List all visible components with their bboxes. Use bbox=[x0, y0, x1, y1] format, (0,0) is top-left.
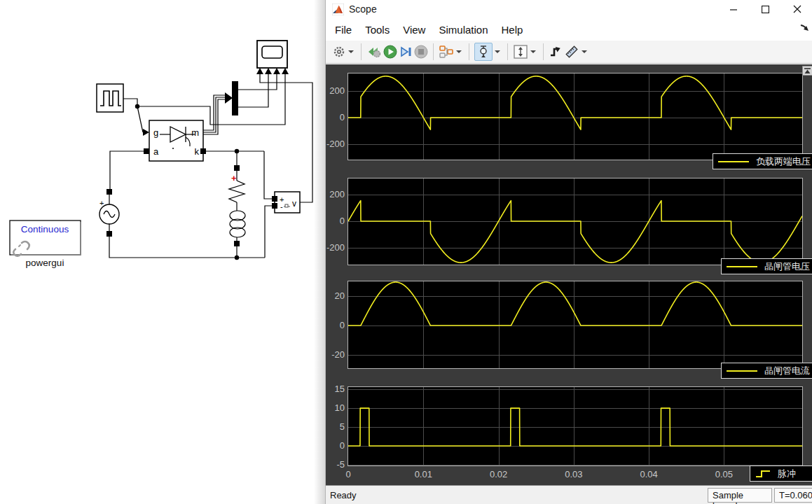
legend-line-sample bbox=[718, 161, 749, 162]
y-tick-label: 200 bbox=[326, 190, 345, 200]
thyristor-block[interactable]: g m a k bbox=[143, 120, 206, 161]
scope-input-arrow-1 bbox=[256, 68, 263, 74]
powergui-block[interactable]: Continuous powergui bbox=[10, 220, 81, 268]
y-tick-label: 0 bbox=[326, 113, 345, 122]
y-tick-label: -5 bbox=[326, 460, 345, 470]
dock-arrow-icon[interactable] bbox=[800, 24, 810, 32]
wire-plus-vm[interactable] bbox=[264, 151, 272, 199]
scope-input-arrow-4 bbox=[282, 68, 289, 74]
wire-pulse-out[interactable] bbox=[123, 99, 137, 106]
maximize-button[interactable] bbox=[750, 0, 781, 18]
minimize-button[interactable] bbox=[718, 0, 750, 18]
gate-input-arrow-icon bbox=[143, 129, 149, 136]
step-back-button[interactable] bbox=[366, 43, 382, 61]
wire-demux-out1[interactable] bbox=[238, 74, 277, 90]
wire-m-bundle-3[interactable] bbox=[203, 99, 226, 134]
window-title: Scope bbox=[349, 4, 377, 15]
step-forward-icon bbox=[399, 45, 413, 59]
trigger-button[interactable] bbox=[549, 43, 563, 61]
toolbar bbox=[326, 41, 812, 64]
x-tick-label: 0.03 bbox=[565, 469, 582, 479]
stop-button[interactable] bbox=[414, 43, 428, 61]
legend-pulse[interactable]: 脉冲 bbox=[750, 465, 812, 482]
wire-vm-to-scope1[interactable] bbox=[260, 74, 312, 202]
wire-minus-vm[interactable] bbox=[265, 206, 272, 258]
run-button[interactable] bbox=[383, 43, 397, 61]
zoom-tool-icon bbox=[477, 45, 490, 59]
close-button[interactable] bbox=[781, 0, 812, 18]
legend-thyristor-current[interactable]: 晶闸管电流 bbox=[721, 363, 812, 379]
y-tick-label: 0 bbox=[326, 321, 345, 330]
measurements-dropdown[interactable] bbox=[582, 50, 587, 53]
port-square bbox=[272, 196, 277, 202]
toolbar-separator bbox=[361, 43, 362, 60]
x-tick-label: 0.01 bbox=[415, 469, 432, 479]
x-tick-label: 0 bbox=[345, 469, 350, 479]
status-sim-time: T=0.060 bbox=[774, 488, 812, 503]
fit-to-view-icon bbox=[513, 44, 528, 59]
menu-view[interactable]: View bbox=[403, 24, 425, 36]
legend-label: 晶闸管电压 bbox=[764, 260, 810, 273]
pulse-generator-block[interactable] bbox=[97, 84, 123, 112]
legend-step-sample bbox=[755, 469, 772, 478]
measurements-button[interactable] bbox=[564, 43, 579, 61]
junction-dot bbox=[235, 149, 239, 153]
x-tick-label: 0.05 bbox=[715, 469, 733, 479]
scope-plot-area: 2000-2002000-200200-20151050-500.010.020… bbox=[326, 64, 812, 485]
subplot-1[interactable] bbox=[347, 73, 803, 160]
fit-to-view-dropdown[interactable] bbox=[530, 50, 536, 53]
y-tick-label: -200 bbox=[326, 243, 345, 253]
wire-source-bottom[interactable] bbox=[109, 237, 265, 258]
subplot-4[interactable] bbox=[347, 386, 803, 466]
legend-label: 晶闸管电流 bbox=[764, 365, 810, 377]
port-square bbox=[106, 189, 112, 195]
titlebar: Scope bbox=[326, 0, 812, 18]
port-square bbox=[106, 231, 112, 237]
settings-button[interactable] bbox=[332, 43, 346, 61]
arrow-up-icon bbox=[804, 68, 811, 74]
step-forward-button[interactable] bbox=[399, 43, 413, 61]
legend-load-voltage[interactable]: 负载两端电压 bbox=[713, 153, 812, 169]
y-tick-label: 200 bbox=[326, 86, 345, 96]
toolbar-separator bbox=[543, 43, 544, 60]
powergui-label: powergui bbox=[26, 258, 64, 268]
settings-dropdown[interactable] bbox=[348, 50, 354, 53]
status-ready: Ready bbox=[330, 490, 357, 500]
wire-m-bundle-2[interactable] bbox=[203, 97, 226, 132]
menu-help[interactable]: Help bbox=[502, 24, 523, 36]
scope-block[interactable] bbox=[256, 41, 289, 74]
vm-minus-label: - bbox=[280, 202, 283, 211]
signal-selector-button[interactable] bbox=[439, 43, 454, 61]
simulink-canvas[interactable]: g m a k + bbox=[0, 0, 325, 504]
signal-selector-dropdown[interactable] bbox=[456, 50, 462, 53]
zoom-tool-button[interactable] bbox=[474, 43, 493, 61]
subplot-3[interactable] bbox=[347, 281, 803, 369]
source-plus-label: + bbox=[99, 199, 104, 207]
voltage-measurement-block[interactable]: + - v bbox=[272, 192, 300, 213]
scope-screen-icon bbox=[262, 46, 282, 58]
measurements-icon bbox=[564, 44, 579, 59]
series-rlc-branch-block[interactable]: + bbox=[229, 165, 245, 246]
y-tick-label: 0 bbox=[326, 441, 345, 451]
port-label-a: a bbox=[153, 146, 159, 157]
status-sample-mode: Sample based bbox=[708, 488, 772, 503]
scope-input-arrow-2 bbox=[265, 68, 272, 74]
scroll-up-button[interactable] bbox=[802, 66, 812, 76]
menu-tools[interactable]: Tools bbox=[365, 24, 390, 36]
wire-pulse-to-gate[interactable] bbox=[137, 106, 143, 132]
wire-demux-out2[interactable] bbox=[238, 74, 268, 107]
wire-a-to-source[interactable] bbox=[110, 151, 146, 189]
zoom-tool-dropdown[interactable] bbox=[495, 50, 500, 53]
subplot-2[interactable] bbox=[347, 178, 803, 265]
signal-selector-icon bbox=[439, 45, 454, 59]
wire-pulse-to-scope4[interactable] bbox=[137, 74, 285, 125]
demux-block[interactable] bbox=[225, 81, 238, 115]
port-label-g: g bbox=[153, 127, 158, 138]
y-tick-label: 15 bbox=[326, 384, 345, 394]
menu-simulation[interactable]: Simulation bbox=[439, 24, 488, 36]
menu-file[interactable]: File bbox=[335, 24, 352, 36]
legend-thyristor-voltage[interactable]: 晶闸管电压 bbox=[721, 258, 812, 274]
x-tick-label: 0.04 bbox=[640, 469, 657, 479]
fit-to-view-button[interactable] bbox=[513, 43, 528, 61]
legend-label: 负载两端电压 bbox=[756, 155, 811, 168]
